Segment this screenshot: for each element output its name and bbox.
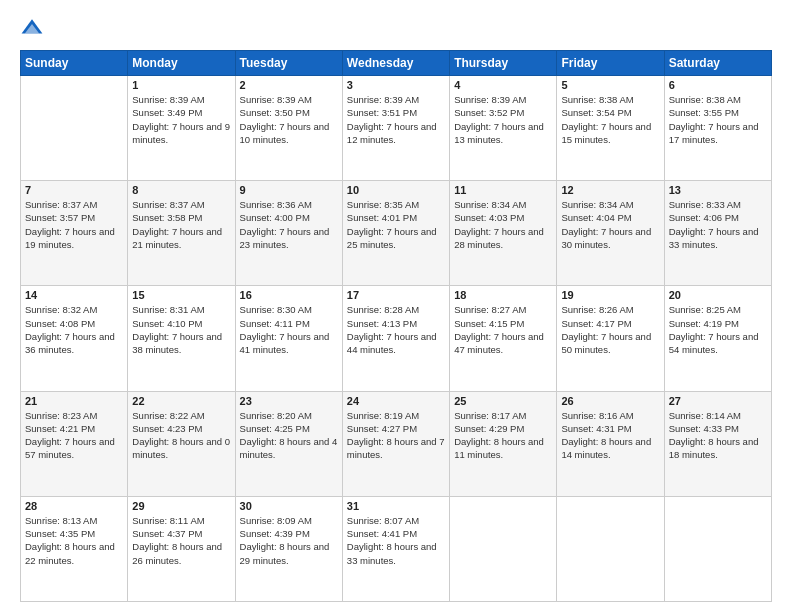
day-cell-21: 21Sunrise: 8:23 AMSunset: 4:21 PMDayligh…	[21, 391, 128, 496]
day-cell-27: 27Sunrise: 8:14 AMSunset: 4:33 PMDayligh…	[664, 391, 771, 496]
col-header-tuesday: Tuesday	[235, 51, 342, 76]
day-number: 9	[240, 184, 338, 196]
day-detail: Sunrise: 8:39 AMSunset: 3:52 PMDaylight:…	[454, 93, 552, 146]
day-number: 6	[669, 79, 767, 91]
col-header-friday: Friday	[557, 51, 664, 76]
day-number: 31	[347, 500, 445, 512]
day-number: 18	[454, 289, 552, 301]
logo-icon	[20, 16, 44, 40]
day-cell-28: 28Sunrise: 8:13 AMSunset: 4:35 PMDayligh…	[21, 496, 128, 601]
day-cell-30: 30Sunrise: 8:09 AMSunset: 4:39 PMDayligh…	[235, 496, 342, 601]
day-detail: Sunrise: 8:13 AMSunset: 4:35 PMDaylight:…	[25, 514, 123, 567]
day-number: 2	[240, 79, 338, 91]
day-number: 21	[25, 395, 123, 407]
day-cell-9: 9Sunrise: 8:36 AMSunset: 4:00 PMDaylight…	[235, 181, 342, 286]
day-number: 3	[347, 79, 445, 91]
day-detail: Sunrise: 8:16 AMSunset: 4:31 PMDaylight:…	[561, 409, 659, 462]
day-detail: Sunrise: 8:07 AMSunset: 4:41 PMDaylight:…	[347, 514, 445, 567]
day-number: 16	[240, 289, 338, 301]
day-detail: Sunrise: 8:33 AMSunset: 4:06 PMDaylight:…	[669, 198, 767, 251]
col-header-wednesday: Wednesday	[342, 51, 449, 76]
day-number: 25	[454, 395, 552, 407]
week-row-2: 7Sunrise: 8:37 AMSunset: 3:57 PMDaylight…	[21, 181, 772, 286]
day-cell-1: 1Sunrise: 8:39 AMSunset: 3:49 PMDaylight…	[128, 76, 235, 181]
col-header-saturday: Saturday	[664, 51, 771, 76]
day-number: 13	[669, 184, 767, 196]
week-row-5: 28Sunrise: 8:13 AMSunset: 4:35 PMDayligh…	[21, 496, 772, 601]
col-header-monday: Monday	[128, 51, 235, 76]
day-number: 30	[240, 500, 338, 512]
day-cell-19: 19Sunrise: 8:26 AMSunset: 4:17 PMDayligh…	[557, 286, 664, 391]
calendar-table: SundayMondayTuesdayWednesdayThursdayFrid…	[20, 50, 772, 602]
day-detail: Sunrise: 8:31 AMSunset: 4:10 PMDaylight:…	[132, 303, 230, 356]
col-header-sunday: Sunday	[21, 51, 128, 76]
day-cell-20: 20Sunrise: 8:25 AMSunset: 4:19 PMDayligh…	[664, 286, 771, 391]
day-number: 7	[25, 184, 123, 196]
day-cell-25: 25Sunrise: 8:17 AMSunset: 4:29 PMDayligh…	[450, 391, 557, 496]
day-number: 29	[132, 500, 230, 512]
day-number: 12	[561, 184, 659, 196]
day-number: 1	[132, 79, 230, 91]
day-number: 11	[454, 184, 552, 196]
day-cell-12: 12Sunrise: 8:34 AMSunset: 4:04 PMDayligh…	[557, 181, 664, 286]
day-detail: Sunrise: 8:30 AMSunset: 4:11 PMDaylight:…	[240, 303, 338, 356]
day-detail: Sunrise: 8:37 AMSunset: 3:58 PMDaylight:…	[132, 198, 230, 251]
day-cell-11: 11Sunrise: 8:34 AMSunset: 4:03 PMDayligh…	[450, 181, 557, 286]
day-detail: Sunrise: 8:39 AMSunset: 3:50 PMDaylight:…	[240, 93, 338, 146]
empty-cell	[664, 496, 771, 601]
day-number: 4	[454, 79, 552, 91]
day-number: 20	[669, 289, 767, 301]
day-number: 19	[561, 289, 659, 301]
day-detail: Sunrise: 8:34 AMSunset: 4:03 PMDaylight:…	[454, 198, 552, 251]
day-cell-10: 10Sunrise: 8:35 AMSunset: 4:01 PMDayligh…	[342, 181, 449, 286]
day-detail: Sunrise: 8:25 AMSunset: 4:19 PMDaylight:…	[669, 303, 767, 356]
day-cell-22: 22Sunrise: 8:22 AMSunset: 4:23 PMDayligh…	[128, 391, 235, 496]
day-cell-16: 16Sunrise: 8:30 AMSunset: 4:11 PMDayligh…	[235, 286, 342, 391]
empty-cell	[21, 76, 128, 181]
day-cell-13: 13Sunrise: 8:33 AMSunset: 4:06 PMDayligh…	[664, 181, 771, 286]
day-cell-18: 18Sunrise: 8:27 AMSunset: 4:15 PMDayligh…	[450, 286, 557, 391]
day-detail: Sunrise: 8:36 AMSunset: 4:00 PMDaylight:…	[240, 198, 338, 251]
day-cell-14: 14Sunrise: 8:32 AMSunset: 4:08 PMDayligh…	[21, 286, 128, 391]
day-number: 22	[132, 395, 230, 407]
day-detail: Sunrise: 8:38 AMSunset: 3:54 PMDaylight:…	[561, 93, 659, 146]
day-number: 23	[240, 395, 338, 407]
day-detail: Sunrise: 8:14 AMSunset: 4:33 PMDaylight:…	[669, 409, 767, 462]
day-detail: Sunrise: 8:19 AMSunset: 4:27 PMDaylight:…	[347, 409, 445, 462]
day-detail: Sunrise: 8:34 AMSunset: 4:04 PMDaylight:…	[561, 198, 659, 251]
day-cell-29: 29Sunrise: 8:11 AMSunset: 4:37 PMDayligh…	[128, 496, 235, 601]
day-number: 24	[347, 395, 445, 407]
day-cell-7: 7Sunrise: 8:37 AMSunset: 3:57 PMDaylight…	[21, 181, 128, 286]
day-detail: Sunrise: 8:32 AMSunset: 4:08 PMDaylight:…	[25, 303, 123, 356]
day-cell-23: 23Sunrise: 8:20 AMSunset: 4:25 PMDayligh…	[235, 391, 342, 496]
week-row-3: 14Sunrise: 8:32 AMSunset: 4:08 PMDayligh…	[21, 286, 772, 391]
calendar-page: SundayMondayTuesdayWednesdayThursdayFrid…	[0, 0, 792, 612]
day-cell-15: 15Sunrise: 8:31 AMSunset: 4:10 PMDayligh…	[128, 286, 235, 391]
day-number: 14	[25, 289, 123, 301]
week-row-1: 1Sunrise: 8:39 AMSunset: 3:49 PMDaylight…	[21, 76, 772, 181]
day-number: 10	[347, 184, 445, 196]
day-number: 17	[347, 289, 445, 301]
day-detail: Sunrise: 8:39 AMSunset: 3:51 PMDaylight:…	[347, 93, 445, 146]
day-detail: Sunrise: 8:28 AMSunset: 4:13 PMDaylight:…	[347, 303, 445, 356]
day-cell-24: 24Sunrise: 8:19 AMSunset: 4:27 PMDayligh…	[342, 391, 449, 496]
day-detail: Sunrise: 8:22 AMSunset: 4:23 PMDaylight:…	[132, 409, 230, 462]
day-detail: Sunrise: 8:39 AMSunset: 3:49 PMDaylight:…	[132, 93, 230, 146]
day-detail: Sunrise: 8:17 AMSunset: 4:29 PMDaylight:…	[454, 409, 552, 462]
day-cell-2: 2Sunrise: 8:39 AMSunset: 3:50 PMDaylight…	[235, 76, 342, 181]
col-header-thursday: Thursday	[450, 51, 557, 76]
day-detail: Sunrise: 8:26 AMSunset: 4:17 PMDaylight:…	[561, 303, 659, 356]
day-detail: Sunrise: 8:35 AMSunset: 4:01 PMDaylight:…	[347, 198, 445, 251]
day-number: 28	[25, 500, 123, 512]
day-detail: Sunrise: 8:20 AMSunset: 4:25 PMDaylight:…	[240, 409, 338, 462]
day-cell-31: 31Sunrise: 8:07 AMSunset: 4:41 PMDayligh…	[342, 496, 449, 601]
day-cell-26: 26Sunrise: 8:16 AMSunset: 4:31 PMDayligh…	[557, 391, 664, 496]
day-detail: Sunrise: 8:09 AMSunset: 4:39 PMDaylight:…	[240, 514, 338, 567]
header-row: SundayMondayTuesdayWednesdayThursdayFrid…	[21, 51, 772, 76]
header	[20, 16, 772, 40]
logo	[20, 16, 46, 40]
week-row-4: 21Sunrise: 8:23 AMSunset: 4:21 PMDayligh…	[21, 391, 772, 496]
empty-cell	[450, 496, 557, 601]
day-number: 15	[132, 289, 230, 301]
day-cell-5: 5Sunrise: 8:38 AMSunset: 3:54 PMDaylight…	[557, 76, 664, 181]
